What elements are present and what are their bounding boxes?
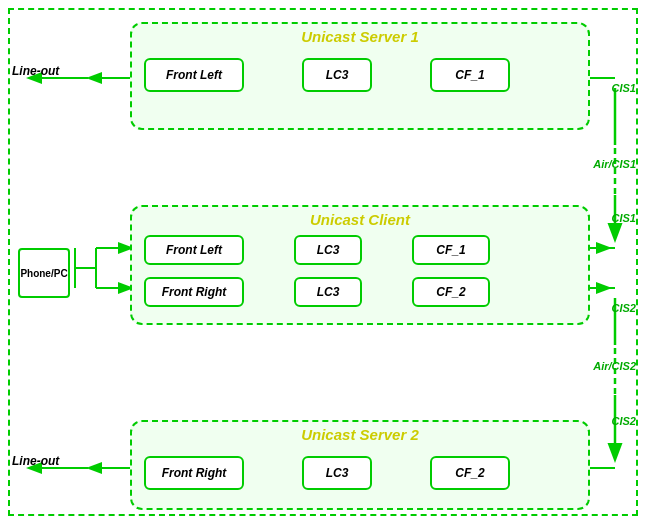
server1-frontleft: Front Left xyxy=(144,58,244,92)
server2-frontright: Front Right xyxy=(144,456,244,490)
cis2-bottom-label: CIS2 xyxy=(612,415,636,427)
line-out-2-label: Line-out xyxy=(12,454,59,468)
server2-box: Unicast Server 2 Front Right LC3 CF_2 xyxy=(130,420,590,510)
client-box: Unicast Client Front Left LC3 CF_1 Front… xyxy=(130,205,590,325)
client-lc3-2: LC3 xyxy=(294,277,362,307)
cis2-top-label: CIS2 xyxy=(612,302,636,314)
server1-box: Unicast Server 1 Front Left LC3 CF_1 xyxy=(130,22,590,130)
cis1-top-label: CIS1 xyxy=(612,82,636,94)
client-lc3-1: LC3 xyxy=(294,235,362,265)
line-out-1-label: Line-out xyxy=(12,64,59,78)
client-title: Unicast Client xyxy=(132,211,588,228)
cis1-bottom-label: CIS1 xyxy=(612,212,636,224)
server1-title: Unicast Server 1 xyxy=(132,28,588,45)
client-cf1: CF_1 xyxy=(412,235,490,265)
air-cis2-label: Air/CIS2 xyxy=(593,360,636,372)
client-cf2: CF_2 xyxy=(412,277,490,307)
client-frontright: Front Right xyxy=(144,277,244,307)
server1-cf1: CF_1 xyxy=(430,58,510,92)
server2-cf2: CF_2 xyxy=(430,456,510,490)
server2-lc3: LC3 xyxy=(302,456,372,490)
server1-lc3: LC3 xyxy=(302,58,372,92)
client-frontleft: Front Left xyxy=(144,235,244,265)
server2-title: Unicast Server 2 xyxy=(132,426,588,443)
diagram: Unicast Server 1 Front Left LC3 CF_1 Lin… xyxy=(0,0,650,526)
phonepc-box: Phone/PC xyxy=(18,248,70,298)
air-cis1-label: Air/CIS1 xyxy=(593,158,636,170)
